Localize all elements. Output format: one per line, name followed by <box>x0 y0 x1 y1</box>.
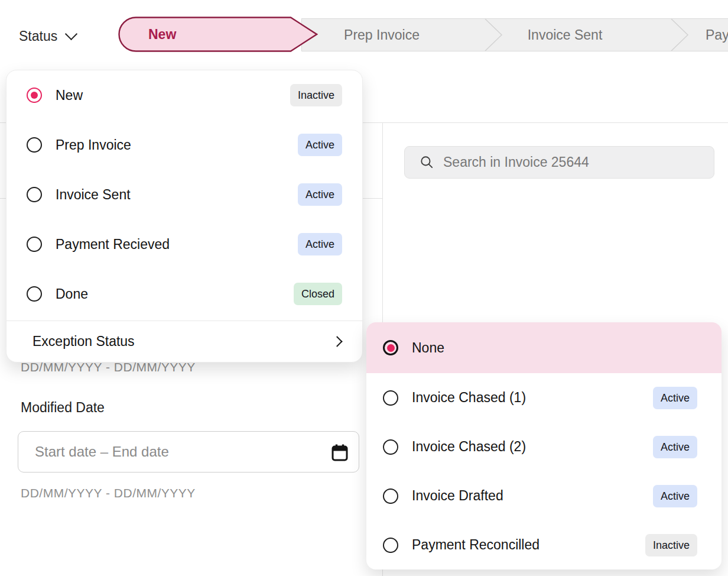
status-badge: Active <box>298 134 342 156</box>
status-dropdown-menu: New Inactive Prep Invoice Active Invoice… <box>6 70 363 363</box>
exception-option-none[interactable]: None <box>366 322 722 373</box>
status-badge: Inactive <box>290 84 342 106</box>
exception-status-label: Exception Status <box>32 334 135 350</box>
status-option-label: Payment Recieved <box>56 237 170 253</box>
exception-option-payment-reconcilled[interactable]: Payment Reconcilled Inactive <box>366 520 722 569</box>
radio-icon[interactable] <box>383 390 398 406</box>
status-option-invoice-sent[interactable]: Invoice Sent Active <box>6 170 362 219</box>
status-option-done[interactable]: Done Closed <box>6 269 362 319</box>
exception-option-invoice-chased-1[interactable]: Invoice Chased (1) Active <box>366 373 722 422</box>
radio-icon[interactable] <box>383 439 398 455</box>
step-prep-invoice[interactable]: Prep Invoice <box>344 19 420 51</box>
date-format-hint: DD/MM/YYYY - DD/MM/YYYY <box>21 486 196 500</box>
radio-selected-icon[interactable] <box>383 340 398 355</box>
step-invoice-sent[interactable]: Invoice Sent <box>528 19 603 51</box>
status-badge: Closed <box>294 283 342 305</box>
modified-date-range-field[interactable] <box>18 431 359 473</box>
exception-option-invoice-chased-2[interactable]: Invoice Chased (2) Active <box>366 422 722 471</box>
exception-status-submenu: None Invoice Chased (1) Active Invoice C… <box>366 322 722 569</box>
status-option-label: Done <box>56 286 88 302</box>
step-payment[interactable]: Pay <box>706 19 728 51</box>
exception-option-label: Invoice Drafted <box>412 488 503 504</box>
exception-option-invoice-drafted[interactable]: Invoice Drafted Active <box>366 471 722 520</box>
modified-date-label: Modified Date <box>21 400 105 416</box>
radio-icon[interactable] <box>27 237 42 252</box>
invoice-status-filter-screen: Status Prep Invoice Invoice Sent Pay New… <box>0 0 728 576</box>
radio-selected-icon[interactable] <box>27 88 42 103</box>
calendar-icon[interactable] <box>332 444 348 461</box>
exception-option-label: Payment Reconcilled <box>412 537 540 553</box>
status-badge: Active <box>653 485 697 507</box>
status-option-label: Prep Invoice <box>56 137 131 153</box>
status-filter-trigger[interactable]: Status <box>19 28 76 44</box>
status-filter-label: Status <box>19 28 57 44</box>
status-option-label: Invoice Sent <box>56 187 131 203</box>
search-icon <box>420 156 434 169</box>
search-input[interactable] <box>443 147 714 178</box>
step-new-label: New <box>148 17 176 52</box>
exception-status-item[interactable]: Exception Status <box>6 321 362 362</box>
search-bar[interactable] <box>404 146 714 179</box>
radio-icon[interactable] <box>27 187 42 202</box>
chevron-right-icon <box>332 336 342 347</box>
exception-option-label: Invoice Chased (2) <box>412 439 526 455</box>
status-option-prep-invoice[interactable]: Prep Invoice Active <box>6 120 362 170</box>
status-badge: Inactive <box>645 534 697 556</box>
step-new-current[interactable]: New <box>118 17 318 52</box>
exception-option-label: Invoice Chased (1) <box>412 390 526 406</box>
exception-option-label: None <box>412 340 444 356</box>
status-badge: Active <box>298 233 342 255</box>
status-option-label: New <box>56 88 83 103</box>
radio-icon[interactable] <box>27 137 42 153</box>
status-option-payment-recieved[interactable]: Payment Recieved Active <box>6 219 362 269</box>
status-badge: Active <box>653 387 697 409</box>
status-badge: Active <box>653 436 697 458</box>
status-option-new[interactable]: New Inactive <box>6 70 362 120</box>
status-stepper: Prep Invoice Invoice Sent Pay <box>301 18 728 51</box>
radio-icon[interactable] <box>383 538 398 553</box>
status-badge: Active <box>298 183 342 206</box>
radio-icon[interactable] <box>27 286 42 302</box>
date-range-input[interactable] <box>18 432 359 472</box>
radio-icon[interactable] <box>383 488 398 504</box>
chevron-down-icon <box>65 28 77 40</box>
